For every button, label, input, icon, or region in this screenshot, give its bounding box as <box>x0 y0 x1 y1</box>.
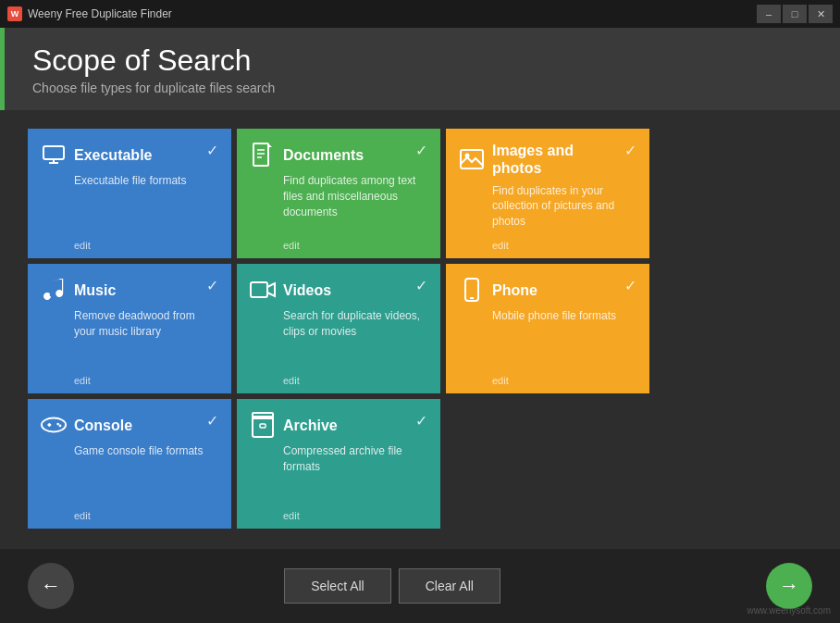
tile-title-row-console: Console <box>41 412 132 438</box>
tile-desc-images: Find duplicates in your collection of pi… <box>459 183 636 237</box>
title-bar-left: W Weeny Free Duplicate Finder <box>7 6 172 21</box>
main-content: Executable ✓ Executable file formats edi… <box>0 110 840 547</box>
tile-desc-console: Game console file formats <box>41 443 218 506</box>
tile-desc-executable: Executable file formats <box>41 173 218 236</box>
tile-executable[interactable]: Executable ✓ Executable file formats edi… <box>28 129 231 258</box>
page-subtitle: Choose file types for duplicate files se… <box>32 81 812 95</box>
tile-desc-phone: Mobile phone file formats <box>459 308 636 371</box>
app-icon: W <box>7 6 22 21</box>
tile-name-console: Console <box>74 417 132 434</box>
window-title: Weeny Free Duplicate Finder <box>28 7 172 20</box>
clear-all-button[interactable]: Clear All <box>399 568 500 604</box>
tile-documents[interactable]: Documents ✓ Find duplicates among text f… <box>237 129 440 258</box>
tile-title-row-phone: Phone <box>459 277 537 303</box>
tile-header-executable: Executable ✓ <box>41 142 218 168</box>
maximize-button[interactable]: □ <box>783 5 807 23</box>
tile-check-music: ✓ <box>206 277 218 294</box>
tile-desc-videos: Search for duplicate videos, clips or mo… <box>250 308 427 371</box>
tile-title-row-executable: Executable <box>41 142 152 168</box>
tile-title-row-music: Music <box>41 277 116 303</box>
svg-rect-18 <box>253 417 273 437</box>
tile-name-music: Music <box>74 281 116 299</box>
tile-check-archive: ✓ <box>415 412 427 430</box>
tile-phone[interactable]: Phone ✓ Mobile phone file formats edit <box>446 264 649 393</box>
tile-header-console: Console ✓ <box>41 412 218 438</box>
svg-rect-3 <box>253 143 268 166</box>
tile-header-documents: Documents ✓ <box>250 142 427 168</box>
archive-icon <box>250 412 276 438</box>
tile-name-archive: Archive <box>283 417 338 434</box>
tile-music[interactable]: Music ✓ Remove deadwood from your music … <box>28 264 231 393</box>
tile-archive[interactable]: Archive ✓ Compressed archive file format… <box>237 399 440 529</box>
title-bar: W Weeny Free Duplicate Finder – □ ✕ <box>0 0 840 28</box>
tile-header-images: Images and photos ✓ <box>459 142 636 177</box>
tile-desc-archive: Compressed archive file formats <box>250 443 427 506</box>
tile-name-executable: Executable <box>74 146 152 164</box>
close-button[interactable]: ✕ <box>809 5 833 23</box>
tile-edit-console[interactable]: edit <box>41 510 218 521</box>
next-button[interactable]: → <box>766 563 812 609</box>
tile-desc-documents: Find duplicates among text files and mis… <box>250 173 427 236</box>
svg-point-16 <box>56 423 59 426</box>
tile-edit-phone[interactable]: edit <box>459 375 636 386</box>
tile-check-images: ✓ <box>624 142 636 159</box>
svg-point-17 <box>59 425 62 428</box>
gamepad-icon <box>41 412 67 438</box>
tile-title-row-archive: Archive <box>250 412 338 438</box>
tile-check-executable: ✓ <box>206 142 218 159</box>
svg-marker-7 <box>268 143 272 147</box>
action-buttons: Select All Clear All <box>284 568 500 604</box>
tile-check-phone: ✓ <box>624 277 636 294</box>
header-text: Scope of Search Choose file types for du… <box>32 44 812 95</box>
tile-edit-executable[interactable]: edit <box>41 240 218 251</box>
tile-edit-music[interactable]: edit <box>41 375 218 386</box>
tile-desc-music: Remove deadwood from your music library <box>41 308 218 371</box>
svg-rect-10 <box>251 282 267 297</box>
minimize-button[interactable]: – <box>757 5 781 23</box>
tile-name-phone: Phone <box>492 281 537 299</box>
tile-edit-documents[interactable]: edit <box>250 240 427 251</box>
tile-header-phone: Phone ✓ <box>459 277 636 303</box>
svg-rect-20 <box>260 424 266 428</box>
video-icon <box>250 277 276 303</box>
tile-check-console: ✓ <box>206 412 218 430</box>
tile-title-row-images: Images and photos <box>459 142 624 177</box>
tile-check-documents: ✓ <box>415 142 427 159</box>
tile-name-documents: Documents <box>283 146 364 164</box>
tile-header-music: Music ✓ <box>41 277 218 303</box>
page-title: Scope of Search <box>32 44 812 77</box>
tile-name-images: Images and photos <box>492 142 624 177</box>
tile-grid: Executable ✓ Executable file formats edi… <box>28 129 812 529</box>
tile-check-videos: ✓ <box>415 277 427 294</box>
svg-rect-0 <box>43 146 64 159</box>
tile-edit-archive[interactable]: edit <box>250 510 427 521</box>
title-controls: – □ ✕ <box>757 5 833 23</box>
tile-title-row-documents: Documents <box>250 142 364 168</box>
tile-title-row-videos: Videos <box>250 277 331 303</box>
header: Scope of Search Choose file types for du… <box>0 28 840 110</box>
tile-header-videos: Videos ✓ <box>250 277 427 303</box>
image-icon <box>459 146 485 172</box>
tile-header-archive: Archive ✓ <box>250 412 427 438</box>
tile-name-videos: Videos <box>283 281 331 299</box>
back-button[interactable]: ← <box>28 563 74 609</box>
watermark: www.weenysoft.com <box>747 605 831 616</box>
music-icon <box>41 277 67 303</box>
doc-icon <box>250 142 276 168</box>
tile-edit-images[interactable]: edit <box>459 240 636 251</box>
monitor-icon <box>41 142 67 168</box>
svg-point-13 <box>42 418 66 432</box>
select-all-button[interactable]: Select All <box>284 568 391 604</box>
bottom-bar: ← Select All Clear All → <box>0 549 840 623</box>
phone-icon <box>459 277 485 303</box>
tile-console[interactable]: Console ✓ Game console file formats edit <box>28 399 231 529</box>
tile-videos[interactable]: Videos ✓ Search for duplicate videos, cl… <box>237 264 440 393</box>
tile-images[interactable]: Images and photos ✓ Find duplicates in y… <box>446 129 649 258</box>
tile-edit-videos[interactable]: edit <box>250 375 427 386</box>
